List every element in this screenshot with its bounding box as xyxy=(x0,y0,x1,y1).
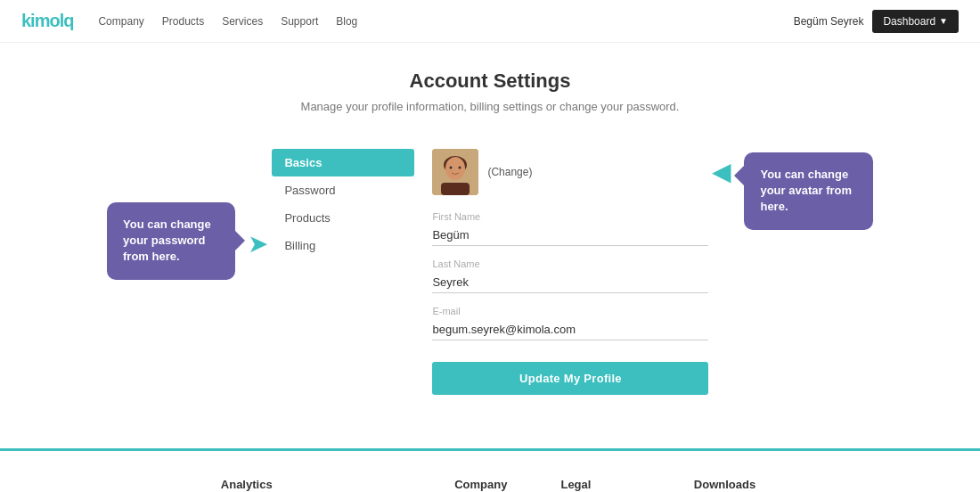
footer-downloads: Downloads Caseandrows xyxy=(694,478,759,492)
svg-point-2 xyxy=(445,157,465,180)
footer-analytics-heading: Analytics xyxy=(221,478,401,491)
footer-analytics: Analytics A rock-solid Machine Learning … xyxy=(221,478,401,492)
navbar: kimolq Company Products Services Support… xyxy=(0,0,980,43)
page-content: Account Settings Manage your profile inf… xyxy=(89,43,891,448)
footer-legal: Legal Privacy Policy Cookies Policy Term… xyxy=(560,478,640,492)
svg-rect-3 xyxy=(441,183,470,195)
avatar-svg xyxy=(432,149,478,195)
footer-company-heading: Company xyxy=(454,478,507,491)
footer: Analytics A rock-solid Machine Learning … xyxy=(0,448,980,492)
chevron-down-icon: ▼ xyxy=(939,16,948,26)
svg-point-5 xyxy=(459,167,461,169)
avatar-section: (Change) xyxy=(432,149,708,195)
svg-point-4 xyxy=(450,167,453,169)
right-callout-group: ◀ You can change your avatar from here. xyxy=(708,152,873,230)
settings-layout: You can change your password from here. … xyxy=(107,149,873,395)
email-label: E-mail xyxy=(432,306,708,316)
update-profile-button[interactable]: Update My Profile xyxy=(432,362,708,395)
nav-links: Company Products Services Support Blog xyxy=(98,15,793,28)
last-name-label: Last Name xyxy=(432,258,708,269)
nav-products[interactable]: Products xyxy=(162,15,204,28)
footer-inner: Analytics A rock-solid Machine Learning … xyxy=(53,478,927,492)
dashboard-button[interactable]: Dashboard ▼ xyxy=(872,10,959,33)
footer-downloads-heading: Downloads xyxy=(694,478,759,491)
last-name-field: Last Name xyxy=(432,258,708,293)
center-block: Basics Password Products Billing xyxy=(272,149,708,395)
email-input[interactable] xyxy=(432,319,708,340)
sidebar-item-password[interactable]: Password xyxy=(272,176,414,204)
first-name-label: First Name xyxy=(432,211,708,222)
password-callout: You can change your password from here. xyxy=(107,202,235,280)
avatar[interactable] xyxy=(432,149,478,195)
sidebar-item-billing[interactable]: Billing xyxy=(272,232,414,259)
page-subtitle: Manage your profile information, billing… xyxy=(107,100,873,113)
nav-company[interactable]: Company xyxy=(98,15,143,28)
avatar-change-link[interactable]: (Change) xyxy=(487,166,532,178)
first-name-input[interactable] xyxy=(432,225,708,246)
form-area: (Change) First Name Last Name E-mail xyxy=(432,149,708,395)
sidebar: Basics Password Products Billing xyxy=(272,149,414,259)
footer-company: Company About Careers Partners xyxy=(454,478,507,492)
nav-right: Begüm Seyrek Dashboard ▼ xyxy=(794,10,959,33)
footer-legal-heading: Legal xyxy=(560,478,640,491)
page-title: Account Settings xyxy=(107,70,873,93)
nav-support[interactable]: Support xyxy=(281,15,318,28)
email-field: E-mail xyxy=(432,306,708,340)
first-name-field: First Name xyxy=(432,211,708,246)
nav-services[interactable]: Services xyxy=(222,15,263,28)
avatar-callout: You can change your avatar from here. xyxy=(744,152,873,230)
nav-username: Begüm Seyrek xyxy=(794,15,864,28)
nav-blog[interactable]: Blog xyxy=(336,15,357,28)
left-callout-group: You can change your password from here. … xyxy=(107,176,272,280)
last-name-input[interactable] xyxy=(432,272,708,293)
sidebar-item-basics[interactable]: Basics xyxy=(272,149,414,176)
logo: kimolq xyxy=(21,11,73,31)
sidebar-item-products[interactable]: Products xyxy=(272,204,414,232)
